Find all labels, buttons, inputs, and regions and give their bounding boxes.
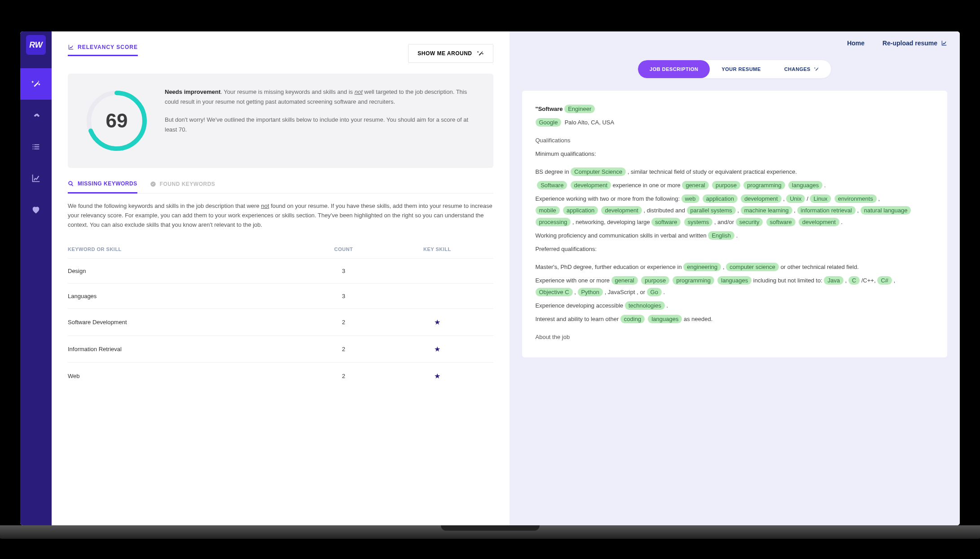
cell-keyword: Information Retrieval xyxy=(68,336,306,363)
tab-missing-keywords[interactable]: MISSING KEYWORDS xyxy=(68,180,137,194)
segment-job-description[interactable]: JOB DESCRIPTION xyxy=(638,60,710,78)
star-icon: ★ xyxy=(434,318,440,326)
cell-keyskill: ★ xyxy=(381,336,493,363)
table-row[interactable]: Design3 xyxy=(68,259,493,284)
cell-count: 3 xyxy=(306,284,382,309)
job-description-panel: "Software Engineer Google Palo Alto, CA,… xyxy=(522,91,948,357)
cell-keyword: Web xyxy=(68,363,306,390)
cell-keyskill xyxy=(381,259,493,284)
nav-handshake[interactable] xyxy=(20,100,52,131)
star-icon: ★ xyxy=(434,345,440,353)
score-text: Needs improvement. Your resume is missin… xyxy=(165,87,478,154)
table-row[interactable]: Languages3 xyxy=(68,284,493,309)
nav-list[interactable] xyxy=(20,131,52,163)
cell-keyword: Design xyxy=(68,259,306,284)
cell-keyword: Languages xyxy=(68,284,306,309)
star-icon: ★ xyxy=(434,372,440,380)
table-row[interactable]: Web2★ xyxy=(68,363,493,390)
cell-keyskill: ★ xyxy=(381,309,493,336)
chart-icon xyxy=(31,173,41,183)
nav-wand[interactable] xyxy=(20,68,52,100)
cell-count: 2 xyxy=(306,363,382,390)
missing-description: We found the following keywords and skil… xyxy=(68,202,493,229)
show-me-around-button[interactable]: SHOW ME AROUND xyxy=(408,44,493,63)
col-keyskill: KEY SKILL xyxy=(381,240,493,259)
col-keyword: KEYWORD OR SKILL xyxy=(68,240,306,259)
home-link[interactable]: Home xyxy=(847,40,865,47)
score-gauge: 69 xyxy=(83,87,150,154)
cell-count: 3 xyxy=(306,259,382,284)
cell-keyskill: ★ xyxy=(381,363,493,390)
nav-heart[interactable] xyxy=(20,194,52,225)
chart-icon xyxy=(68,44,74,50)
brand-logo: RW xyxy=(26,35,46,55)
handshake-icon xyxy=(31,110,41,120)
heart-icon xyxy=(31,205,41,215)
cell-keyword: Software Development xyxy=(68,309,306,336)
score-card: 69 Needs improvement. Your resume is mis… xyxy=(68,74,493,168)
wand-icon xyxy=(814,66,819,72)
segment-your-resume[interactable]: YOUR RESUME xyxy=(710,60,772,78)
view-segment: JOB DESCRIPTION YOUR RESUME CHANGES xyxy=(638,60,831,78)
cell-keyskill xyxy=(381,284,493,309)
nav-stats[interactable] xyxy=(20,163,52,194)
segment-changes[interactable]: CHANGES xyxy=(773,60,831,78)
reupload-link[interactable]: Re-upload resume xyxy=(883,40,947,47)
wand-icon xyxy=(31,79,41,89)
table-row[interactable]: Information Retrieval2★ xyxy=(68,336,493,363)
chart-icon xyxy=(941,40,947,46)
list-icon xyxy=(31,142,41,152)
page-title: RELEVANCY SCORE xyxy=(68,44,138,56)
keywords-table: KEYWORD OR SKILL COUNT KEY SKILL Design3… xyxy=(68,240,493,389)
cell-count: 2 xyxy=(306,309,382,336)
col-count: COUNT xyxy=(306,240,382,259)
table-row[interactable]: Software Development2★ xyxy=(68,309,493,336)
sidebar-nav: RW xyxy=(20,31,52,525)
cell-count: 2 xyxy=(306,336,382,363)
search-icon xyxy=(68,180,74,187)
wand-icon xyxy=(477,50,484,57)
tab-found-keywords[interactable]: FOUND KEYWORDS xyxy=(150,180,215,193)
score-value: 69 xyxy=(106,110,128,132)
check-icon xyxy=(150,181,156,187)
